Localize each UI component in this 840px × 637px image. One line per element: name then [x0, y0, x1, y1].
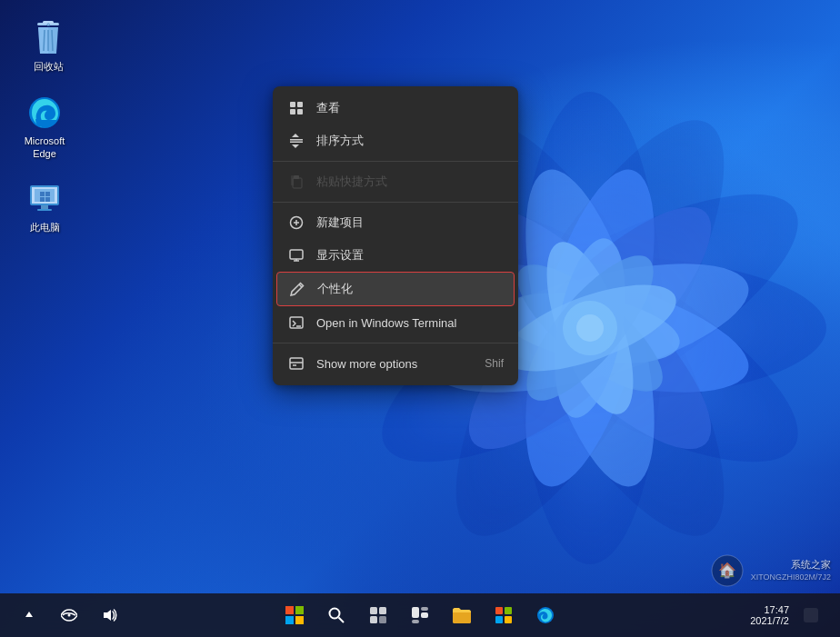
- menu-paste-label: 粘贴快捷方式: [316, 174, 504, 190]
- svg-rect-70: [379, 616, 386, 623]
- context-menu: 查看 排序方式 粘: [273, 86, 518, 385]
- store-button[interactable]: [485, 597, 522, 633]
- svg-line-66: [339, 618, 345, 623]
- taskbar-clock[interactable]: 17:47 2021/7/2: [750, 604, 789, 626]
- svg-line-24: [52, 30, 53, 51]
- svg-rect-54: [290, 358, 303, 369]
- svg-point-19: [576, 314, 604, 342]
- svg-rect-36: [290, 102, 295, 107]
- volume-icon[interactable]: [91, 597, 127, 633]
- svg-point-60: [68, 614, 71, 617]
- menu-new-label: 新建项目: [316, 214, 504, 231]
- taskbar: 17:47 2021/7/2: [0, 593, 840, 637]
- terminal-icon: [287, 314, 305, 332]
- menu-sort-label: 排序方式: [316, 133, 504, 149]
- svg-rect-41: [290, 142, 303, 144]
- widgets-button[interactable]: [402, 597, 438, 633]
- desktop-icon-edge[interactable]: Microsoft Edge: [13, 91, 76, 164]
- svg-rect-63: [285, 616, 294, 624]
- svg-rect-31: [37, 209, 52, 211]
- grid-icon: [287, 99, 305, 117]
- desktop-icon-recycle-bin[interactable]: ♻ 回收站: [16, 16, 80, 76]
- svg-rect-35: [45, 197, 50, 202]
- watermark-text: 系统之家 XITONGZHI802M/7J2: [751, 558, 831, 583]
- menu-personalize-label: 个性化: [317, 281, 503, 297]
- svg-rect-40: [290, 139, 303, 141]
- menu-item-paste-shortcut: 粘贴快捷方式: [273, 165, 518, 198]
- svg-rect-34: [40, 197, 45, 202]
- menu-display-label: 显示设置: [316, 247, 504, 264]
- sort-icon: [287, 132, 305, 150]
- plus-circle-icon: [287, 214, 305, 232]
- display-icon: [287, 246, 305, 264]
- menu-terminal-label: Open in Windows Terminal: [316, 316, 504, 330]
- menu-item-new[interactable]: 新建项目: [273, 206, 518, 239]
- svg-rect-64: [295, 616, 304, 624]
- desktop-icon-this-pc[interactable]: 此电脑: [13, 177, 76, 237]
- svg-rect-73: [421, 607, 428, 611]
- menu-item-display[interactable]: 显示设置: [273, 239, 518, 272]
- svg-rect-61: [285, 606, 294, 614]
- taskbar-left: [11, 597, 127, 633]
- svg-rect-38: [290, 109, 295, 114]
- watermark-site: 系统之家: [751, 558, 831, 572]
- svg-marker-59: [25, 612, 33, 617]
- svg-text:🏠: 🏠: [718, 562, 736, 579]
- menu-more-label: Show more options: [316, 357, 485, 371]
- paste-icon: [287, 173, 305, 191]
- menu-item-more-options[interactable]: Show more options Shif: [273, 347, 518, 380]
- svg-rect-39: [297, 109, 303, 114]
- separator-3: [273, 343, 518, 343]
- network-icon[interactable]: [51, 597, 87, 633]
- menu-item-personalize[interactable]: 个性化: [276, 272, 515, 306]
- svg-rect-69: [370, 616, 377, 623]
- desktop: ♻ 回收站 Microsoft Edge: [0, 0, 840, 637]
- task-view-button[interactable]: [360, 597, 396, 633]
- this-pc-icon: [26, 181, 63, 217]
- svg-rect-80: [804, 608, 818, 622]
- svg-rect-76: [505, 607, 512, 614]
- notification-button[interactable]: [793, 597, 829, 633]
- svg-rect-37: [297, 102, 303, 107]
- svg-rect-43: [294, 175, 299, 179]
- tray-chevron-icon[interactable]: [11, 597, 47, 633]
- edge-icon: [26, 95, 63, 131]
- svg-rect-32: [40, 192, 45, 196]
- svg-rect-48: [290, 250, 303, 259]
- menu-item-terminal[interactable]: Open in Windows Terminal: [273, 306, 518, 339]
- more-icon: [287, 354, 305, 373]
- recycle-bin-label: 回收站: [34, 60, 64, 73]
- separator-1: [273, 161, 518, 162]
- watermark-url: XITONGZHI802M/7J2: [751, 572, 831, 583]
- edge-taskbar-button[interactable]: [527, 597, 564, 633]
- svg-rect-77: [495, 616, 503, 623]
- menu-more-shortcut: Shif: [485, 357, 504, 370]
- this-pc-label: 此电脑: [30, 221, 60, 234]
- svg-rect-42: [293, 178, 302, 188]
- file-explorer-button[interactable]: [444, 597, 480, 633]
- svg-rect-75: [495, 607, 503, 614]
- svg-rect-71: [412, 607, 419, 618]
- watermark-logo-icon: 🏠: [711, 554, 744, 587]
- svg-rect-72: [421, 612, 428, 618]
- start-button[interactable]: [276, 597, 313, 633]
- clock-time: 17:47: [750, 604, 789, 615]
- clock-date: 2021/7/2: [750, 615, 789, 626]
- edge-label: Microsoft Edge: [16, 134, 73, 161]
- recycle-bin-icon: ♻: [30, 20, 66, 56]
- svg-line-22: [44, 30, 45, 51]
- watermark: 🏠 系统之家 XITONGZHI802M/7J2: [711, 554, 831, 587]
- menu-item-view[interactable]: 查看: [273, 92, 518, 124]
- svg-rect-33: [45, 192, 50, 196]
- menu-item-sort[interactable]: 排序方式: [273, 124, 518, 157]
- svg-rect-74: [412, 620, 419, 623]
- svg-rect-78: [505, 616, 512, 623]
- menu-view-label: 查看: [316, 100, 504, 116]
- separator-2: [273, 202, 518, 203]
- svg-rect-44: [291, 175, 294, 185]
- taskbar-center: [276, 597, 564, 633]
- svg-point-65: [330, 609, 340, 619]
- taskbar-right: 17:47 2021/7/2: [743, 597, 829, 633]
- search-button[interactable]: [318, 597, 355, 633]
- svg-rect-68: [379, 607, 386, 614]
